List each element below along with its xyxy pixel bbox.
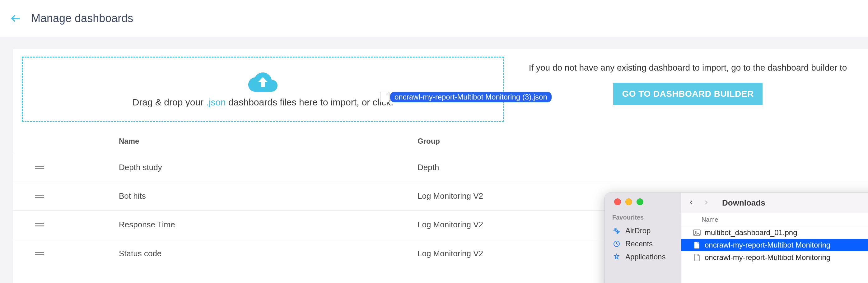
- sidebar-item-label: AirDrop: [625, 226, 651, 235]
- table-row[interactable]: Depth study Depth: [13, 153, 868, 182]
- finder-window[interactable]: Favourites AirDrop Recents Applications …: [604, 192, 868, 283]
- import-dropzone[interactable]: Drag & drop your .json dashboards files …: [22, 57, 504, 122]
- go-to-dashboard-builder-button[interactable]: GO TO DASHBOARD BUILDER: [613, 83, 762, 105]
- file-row[interactable]: oncrawl-my-report-Multibot Monitoring: [681, 239, 868, 251]
- finder-file-list: multibot_dashboard_01.png oncrawl-my-rep…: [681, 226, 868, 283]
- right-column: If you do not have any existing dashboar…: [517, 57, 859, 105]
- minimize-window-button[interactable]: [625, 198, 632, 205]
- file-row[interactable]: oncrawl-my-report-Multibot Monitoring: [681, 251, 868, 264]
- close-window-button[interactable]: [614, 198, 621, 205]
- nav-back-button[interactable]: [685, 197, 698, 209]
- dropzone-text: Drag & drop your .json dashboards files …: [132, 97, 394, 107]
- image-file-icon: [693, 229, 701, 236]
- drag-handle-icon[interactable]: [13, 194, 119, 198]
- airdrop-icon: [612, 227, 621, 234]
- svg-rect-7: [35, 252, 44, 253]
- page-header: Manage dashboards: [0, 0, 868, 37]
- sidebar-item-airdrop[interactable]: AirDrop: [605, 224, 681, 237]
- document-file-icon: [693, 241, 701, 249]
- svg-rect-8: [35, 254, 44, 255]
- document-file-icon: [693, 254, 701, 261]
- sidebar-item-applications[interactable]: Applications: [605, 250, 681, 263]
- svg-point-12: [695, 231, 696, 232]
- traffic-lights: [605, 198, 681, 205]
- dropzone-text-pre: Drag & drop your: [132, 97, 206, 107]
- svg-point-9: [616, 230, 618, 232]
- cell-name: Bot hits: [119, 191, 417, 201]
- column-header-name[interactable]: Name: [119, 137, 417, 146]
- svg-rect-1: [35, 166, 44, 167]
- back-arrow-icon[interactable]: [10, 13, 21, 24]
- cell-name: Response Time: [119, 220, 417, 229]
- finder-column-header-name[interactable]: Name: [681, 213, 868, 226]
- dropzone-text-post: dashboards files here to import, or clic…: [226, 97, 394, 107]
- sidebar-item-recents[interactable]: Recents: [605, 237, 681, 250]
- table-header-row: Name Group: [13, 129, 868, 153]
- drag-handle-icon[interactable]: [13, 165, 119, 170]
- cloud-upload-icon: [248, 71, 278, 93]
- drag-handle-icon[interactable]: [13, 223, 119, 227]
- column-header-group[interactable]: Group: [417, 137, 868, 146]
- svg-rect-4: [35, 197, 44, 198]
- sidebar-item-label: Recents: [625, 240, 653, 248]
- clock-icon: [612, 240, 621, 248]
- finder-folder-title: Downloads: [722, 198, 765, 208]
- cell-group: Depth: [417, 163, 868, 172]
- sidebar-item-label: Applications: [625, 253, 665, 261]
- finder-toolbar: Downloads: [681, 193, 868, 213]
- cell-name: Depth study: [119, 163, 417, 172]
- file-name: oncrawl-my-report-Multibot Monitoring: [705, 241, 830, 249]
- applications-icon: [612, 253, 621, 261]
- maximize-window-button[interactable]: [637, 198, 643, 205]
- svg-rect-3: [35, 195, 44, 196]
- file-name: oncrawl-my-report-Multibot Monitoring: [705, 253, 830, 262]
- file-row[interactable]: multibot_dashboard_01.png: [681, 226, 868, 239]
- svg-rect-2: [35, 168, 44, 169]
- nav-forward-button[interactable]: [700, 197, 713, 209]
- top-section: Drag & drop your .json dashboards files …: [13, 49, 868, 129]
- drag-handle-icon[interactable]: [13, 251, 119, 256]
- finder-sidebar: Favourites AirDrop Recents Applications: [605, 193, 681, 283]
- file-name: multibot_dashboard_01.png: [705, 228, 797, 237]
- no-dashboard-text: If you do not have any existing dashboar…: [529, 63, 847, 73]
- cell-name: Status code: [119, 249, 417, 258]
- svg-rect-5: [35, 223, 44, 224]
- dropzone-text-ext: .json: [206, 97, 225, 107]
- svg-rect-6: [35, 225, 44, 226]
- page-title: Manage dashboards: [31, 12, 133, 25]
- finder-main: Downloads Name multibot_dashboard_01.png…: [681, 193, 868, 283]
- sidebar-section-favourites: Favourites: [605, 214, 681, 221]
